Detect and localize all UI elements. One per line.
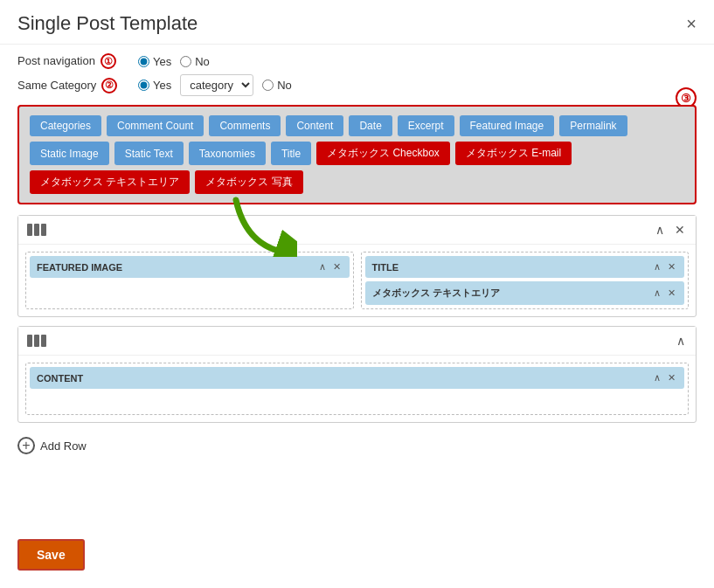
col-bar-6 — [41, 335, 46, 347]
post-navigation-no-radio[interactable] — [180, 56, 191, 67]
content-controls: ∧ ✕ — [652, 372, 677, 384]
row2-columns: CONTENT ∧ ✕ — [18, 356, 696, 422]
post-navigation-radio-group: Yes No — [138, 55, 210, 68]
content-item: CONTENT ∧ ✕ — [30, 367, 684, 389]
columns-icon-2 — [27, 335, 46, 347]
palette-btn-date[interactable]: Date — [349, 115, 392, 136]
featured-image-up-button[interactable]: ∧ — [317, 261, 328, 273]
content-remove-button[interactable]: ✕ — [666, 372, 677, 384]
same-category-yes-radio[interactable] — [138, 80, 149, 91]
header: Single Post Template × — [0, 0, 714, 45]
title-remove-button[interactable]: ✕ — [666, 261, 677, 273]
metabox-textarea-up-button[interactable]: ∧ — [652, 287, 662, 299]
save-area: Save — [17, 539, 85, 571]
same-category-radio-group: Yes category tag custom No — [138, 74, 292, 96]
palette-btn-comment-count[interactable]: Comment Count — [107, 115, 204, 136]
palette-btn-metabox-email[interactable]: メタボックス E-mail — [455, 142, 572, 165]
palette-btn-permalink[interactable]: Permalink — [559, 115, 627, 136]
post-navigation-yes-label[interactable]: Yes — [138, 55, 171, 68]
featured-image-controls: ∧ ✕ — [317, 261, 343, 273]
options-area: Post navigation ① Yes No Same Category ② — [0, 45, 714, 105]
metabox-textarea-controls: ∧ ✕ — [652, 287, 677, 299]
palette-btn-static-image[interactable]: Static Image — [30, 142, 109, 165]
title-item: TITLE ∧ ✕ — [365, 256, 685, 278]
palette-btn-metabox-checkbox[interactable]: メタボックス Checkbox — [316, 142, 450, 165]
page-title: Single Post Template — [17, 12, 198, 35]
title-up-button[interactable]: ∧ — [652, 261, 662, 273]
layout-row-1: ∧ ✕ FEATURED IMAGE ∧ ✕ TITLE — [17, 215, 697, 317]
palette-buttons: Categories Comment Count Comments Conten… — [30, 115, 684, 194]
palette-btn-metabox-textarea[interactable]: メタボックス テキストエリア — [30, 170, 190, 194]
row2-column-1: CONTENT ∧ ✕ — [25, 363, 689, 415]
palette-btn-taxonomies[interactable]: Taxonomies — [189, 142, 266, 165]
same-category-no-label[interactable]: No — [262, 79, 292, 92]
add-circle-icon: + — [17, 437, 35, 454]
featured-image-remove-button[interactable]: ✕ — [331, 261, 343, 273]
layout-row-2-left — [27, 335, 46, 347]
post-navigation-row: Post navigation ① Yes No — [17, 53, 697, 69]
same-category-row: Same Category ② Yes category tag custom … — [17, 74, 697, 96]
save-button[interactable]: Save — [17, 539, 85, 571]
badge-2: ② — [101, 78, 117, 93]
row1-column-2: TITLE ∧ ✕ メタボックス テキストエリア ∧ ✕ — [361, 252, 690, 309]
close-button[interactable]: × — [686, 15, 697, 32]
palette-btn-metabox-photo[interactable]: メタボックス 写真 — [195, 170, 302, 194]
category-select[interactable]: category tag custom — [180, 74, 253, 96]
same-category-yes-label[interactable]: Yes — [138, 79, 171, 92]
col-bar-2 — [34, 224, 39, 236]
featured-image-item: FEATURED IMAGE ∧ ✕ — [30, 256, 350, 278]
post-navigation-yes-radio[interactable] — [138, 56, 149, 67]
palette-area: Categories Comment Count Comments Conten… — [17, 105, 697, 204]
layout-row-1-left — [27, 224, 46, 236]
layout-row-2: ∧ CONTENT ∧ ✕ — [17, 326, 697, 423]
title-controls: ∧ ✕ — [652, 261, 677, 273]
row2-collapse-button[interactable]: ∧ — [675, 334, 687, 348]
columns-icon — [27, 224, 46, 236]
palette-btn-content[interactable]: Content — [286, 115, 343, 136]
row1-collapse-button[interactable]: ∧ — [654, 223, 666, 237]
same-category-no-radio[interactable] — [262, 80, 274, 91]
content-up-button[interactable]: ∧ — [652, 372, 662, 384]
palette-btn-comments[interactable]: Comments — [209, 115, 281, 136]
row1-column-1: FEATURED IMAGE ∧ ✕ — [25, 252, 354, 309]
same-category-label: Same Category ② — [17, 78, 131, 93]
row1-columns: FEATURED IMAGE ∧ ✕ TITLE ∧ ✕ — [18, 245, 696, 316]
page-container: Single Post Template × Post navigation ①… — [0, 0, 714, 588]
palette-btn-featured-image[interactable]: Featured Image — [460, 115, 555, 136]
palette-btn-title[interactable]: Title — [271, 142, 311, 165]
col-bar-5 — [34, 335, 39, 347]
palette-btn-categories[interactable]: Categories — [30, 115, 101, 136]
col-bar-1 — [27, 224, 32, 236]
layout-row-1-right: ∧ ✕ — [654, 223, 687, 237]
add-row-button[interactable]: + Add Row — [17, 437, 87, 454]
badge-1: ① — [101, 53, 116, 69]
layout-row-2-header: ∧ — [18, 327, 696, 356]
col-bar-3 — [41, 224, 46, 236]
palette-btn-static-text[interactable]: Static Text — [114, 142, 184, 165]
metabox-textarea-remove-button[interactable]: ✕ — [666, 287, 677, 299]
layout-area: ∧ ✕ FEATURED IMAGE ∧ ✕ TITLE — [17, 215, 697, 423]
metabox-textarea-item: メタボックス テキストエリア ∧ ✕ — [365, 281, 685, 305]
layout-row-2-right: ∧ — [675, 334, 687, 348]
layout-row-1-header: ∧ ✕ — [18, 216, 696, 245]
palette-btn-excerpt[interactable]: Excerpt — [398, 115, 454, 136]
post-navigation-no-label[interactable]: No — [180, 55, 210, 68]
add-row-label: Add Row — [40, 439, 87, 453]
row1-remove-button[interactable]: ✕ — [673, 223, 687, 237]
add-row-area: + Add Row — [17, 432, 697, 460]
post-navigation-label: Post navigation ① — [17, 53, 131, 69]
col-bar-4 — [27, 335, 32, 347]
